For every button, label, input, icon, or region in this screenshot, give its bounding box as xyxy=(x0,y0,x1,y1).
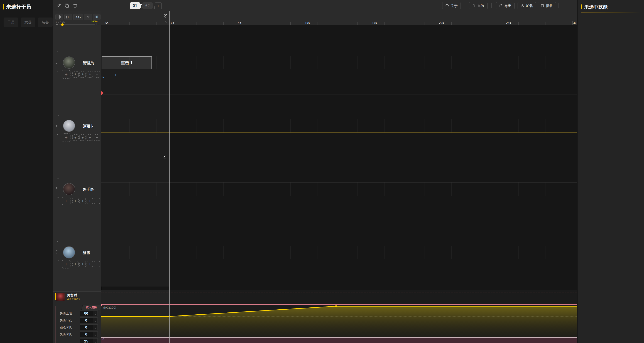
stepper-buttons[interactable] xyxy=(93,325,98,330)
scale-slider-thumb[interactable] xyxy=(61,23,64,26)
collapse-down-icon[interactable] xyxy=(56,133,59,136)
action-导出[interactable]: 导出 xyxy=(496,2,514,9)
ruler-tick xyxy=(237,21,237,25)
enemy-field-input[interactable]: 0 xyxy=(80,325,93,330)
avatar[interactable] xyxy=(63,183,75,195)
toolbar-legacy-mode-button[interactable]: 旧 xyxy=(93,13,100,20)
add-skill-button[interactable]: + xyxy=(86,71,93,78)
add-skill-button[interactable]: + xyxy=(72,71,79,78)
grid-line xyxy=(478,119,478,132)
grid-line xyxy=(505,246,505,259)
toolbar-step-0-1s-button[interactable]: 0.1s xyxy=(73,13,83,20)
collapse-up-icon[interactable] xyxy=(56,240,59,243)
add-skill-button[interactable]: + xyxy=(94,198,100,204)
chevron-up-icon[interactable] xyxy=(94,311,97,313)
collapse-up-icon[interactable] xyxy=(56,50,59,53)
playhead-line[interactable] xyxy=(169,11,170,343)
zoom-out-button[interactable]: − xyxy=(56,22,58,27)
chevron-up-icon[interactable] xyxy=(94,332,97,334)
chevron-down-icon[interactable] xyxy=(94,328,97,329)
add-skill-button[interactable]: + xyxy=(80,261,86,267)
avatar[interactable] xyxy=(63,56,75,69)
enemy-avatar[interactable] xyxy=(56,293,65,301)
drag-handle-icon[interactable] xyxy=(56,187,58,191)
collapse-down-icon[interactable] xyxy=(56,196,59,199)
action-加载[interactable]: 加载 xyxy=(518,2,536,9)
add-skill-button[interactable]: + xyxy=(80,134,86,141)
collapse-down-icon[interactable] xyxy=(56,70,59,72)
grid-line xyxy=(277,246,277,259)
chevron-down-icon[interactable] xyxy=(94,335,97,336)
toolbar-route-mode-button[interactable] xyxy=(84,13,92,20)
avatar[interactable] xyxy=(63,120,75,132)
add-skill-button[interactable]: + xyxy=(86,134,93,141)
grid-line xyxy=(223,56,224,69)
enemy-field-label: 失衡节点 xyxy=(60,318,72,323)
add-skill-button[interactable]: + xyxy=(80,198,86,204)
avatar[interactable] xyxy=(63,246,75,259)
add-skill-button[interactable]: + xyxy=(72,134,79,141)
chevron-down-icon[interactable] xyxy=(94,342,97,343)
chevron-up-icon[interactable] xyxy=(164,21,168,23)
enemy-field-input[interactable]: 80 xyxy=(80,311,93,316)
add-skill-button[interactable]: + xyxy=(86,198,93,204)
toolbar-add-track-button[interactable] xyxy=(56,13,63,20)
drag-handle-icon[interactable] xyxy=(56,124,58,128)
action-接收[interactable]: 接收 xyxy=(538,2,556,9)
stepper-buttons[interactable] xyxy=(93,311,98,316)
chevron-up-icon[interactable] xyxy=(94,339,97,341)
enemy-field-input[interactable]: 25 xyxy=(80,338,93,343)
add-skill-button[interactable]: + xyxy=(80,71,86,78)
add-skill-button[interactable]: + xyxy=(94,134,100,141)
action-重置[interactable]: 重置 xyxy=(469,2,488,9)
enemy-field-input[interactable]: 0 xyxy=(80,318,93,323)
action-关于[interactable]: 关于 xyxy=(442,2,461,9)
collapse-up-icon[interactable] xyxy=(56,114,59,116)
add-skill-button[interactable]: + xyxy=(62,133,70,142)
stepper-buttons[interactable] xyxy=(93,318,98,323)
add-skill-button[interactable]: + xyxy=(94,261,100,267)
grid-line xyxy=(545,246,546,259)
track-band-top-border xyxy=(102,119,577,119)
zoom-in-button[interactable]: + xyxy=(96,22,98,26)
chevron-up-icon[interactable] xyxy=(94,325,97,327)
toolbar-add-block-button[interactable]: + xyxy=(64,13,72,20)
chevron-up-icon[interactable] xyxy=(94,318,97,320)
enemy-change-hint[interactable]: 点击更换敌人 xyxy=(67,298,81,301)
add-skill-button[interactable]: + xyxy=(62,70,70,79)
add-skill-button[interactable]: + xyxy=(94,71,100,78)
chevron-down-icon[interactable] xyxy=(94,314,97,315)
add-skill-button[interactable]: + xyxy=(62,260,70,269)
enemy-field-input[interactable]: 6 xyxy=(80,331,93,337)
stepper-buttons[interactable] xyxy=(93,331,98,337)
chevron-down-icon[interactable] xyxy=(94,321,97,322)
collapse-up-icon[interactable] xyxy=(56,177,59,180)
plan-edit-plan-button[interactable] xyxy=(56,3,61,8)
timeline-ruler[interactable]: -5s0s5s10s15s20s25s30s xyxy=(102,11,577,25)
chevron-left-icon[interactable] xyxy=(162,155,167,160)
add-skill-button[interactable]: + xyxy=(86,261,93,267)
grid-line xyxy=(532,246,532,259)
scale-slider-track[interactable] xyxy=(59,24,95,25)
tab-装备[interactable]: 装备 xyxy=(38,17,52,27)
tab-干员[interactable]: 干员 xyxy=(4,17,18,27)
add-skill-button[interactable]: + xyxy=(72,198,79,204)
timeline-content[interactable]: 重击 1 1s xyxy=(102,25,577,287)
left-panel-header: 未选择干员 xyxy=(3,3,31,10)
grid-line xyxy=(478,56,478,69)
enemy-field-label: 踉跄时长 xyxy=(60,325,72,330)
add-skill-button[interactable]: + xyxy=(62,197,70,205)
tab-武器[interactable]: 武器 xyxy=(21,17,36,27)
plan-delete-plan-button[interactable] xyxy=(72,3,78,8)
stepper-buttons[interactable] xyxy=(93,338,98,343)
collapse-down-icon[interactable] xyxy=(56,260,59,262)
plan-duplicate-plan-button[interactable] xyxy=(64,3,70,8)
add-skill-button[interactable]: + xyxy=(72,261,79,267)
plan-tab-01[interactable]: 01 xyxy=(130,2,140,9)
add-plan-button[interactable]: + xyxy=(155,2,162,9)
plan-tab-02[interactable]: 02 xyxy=(142,2,153,9)
skill-block[interactable]: 重击 1 xyxy=(102,56,152,69)
clock-icon[interactable] xyxy=(164,13,168,18)
drag-handle-icon[interactable] xyxy=(56,61,58,64)
drag-handle-icon[interactable] xyxy=(56,250,58,254)
